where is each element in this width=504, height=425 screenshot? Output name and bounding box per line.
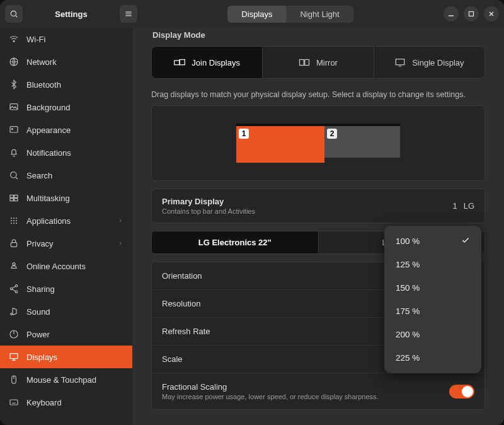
keyboard-icon — [9, 397, 19, 407]
search-button[interactable] — [5, 5, 23, 23]
scale-label: Scale — [162, 354, 183, 364]
display-1[interactable]: 1 — [236, 124, 324, 163]
scale-option-200[interactable]: 200 % — [384, 323, 481, 346]
sidebar-item-applications[interactable]: Applications — [0, 209, 132, 232]
svg-point-14 — [11, 172, 16, 178]
display-1-badge: 1 — [239, 129, 249, 139]
mode-join-displays[interactable]: Join Displays — [152, 47, 263, 78]
fractional-scaling-switch[interactable] — [449, 385, 474, 399]
svg-rect-29 — [11, 243, 16, 247]
svg-rect-18 — [10, 199, 13, 201]
orientation-label: Orientation — [162, 271, 202, 281]
display-mode-label: Display Mode — [151, 28, 485, 46]
hamburger-icon — [124, 9, 133, 18]
scale-option-125[interactable]: 125 % — [384, 253, 481, 276]
search-icon — [9, 9, 18, 18]
svg-point-28 — [16, 223, 17, 224]
svg-rect-49 — [300, 60, 304, 66]
tab-night-light[interactable]: Night Light — [286, 6, 353, 23]
sidebar-item-label: Keyboard — [26, 398, 62, 407]
sidebar-item-label: Bluetooth — [26, 80, 61, 90]
tab-displays[interactable]: Displays — [227, 6, 286, 23]
svg-point-21 — [13, 218, 14, 219]
sidebar-item-online-accounts[interactable]: Online Accounts — [0, 255, 132, 277]
search-icon — [9, 170, 19, 180]
chevron-right-icon — [117, 216, 123, 226]
arrange-hint: Drag displays to match your physical dis… — [151, 90, 485, 99]
sidebar-item-label: Power — [26, 330, 50, 339]
chevron-right-icon — [117, 239, 123, 248]
scale-option-label: 200 % — [396, 330, 420, 339]
svg-point-34 — [11, 313, 13, 315]
mode-single-display[interactable]: Single Display — [374, 47, 484, 78]
primary-display-row[interactable]: Primary Display Contains top bar and Act… — [151, 189, 485, 223]
background-icon — [9, 102, 19, 112]
fractional-scaling-row: Fractional Scaling May increase power us… — [152, 373, 484, 409]
svg-rect-17 — [14, 195, 18, 197]
power-icon — [9, 329, 19, 339]
sidebar: Wi-FiNetworkBluetoothBackgroundAppearanc… — [0, 28, 132, 425]
sidebar-item-mouse-touchpad[interactable]: Mouse & Touchpad — [0, 368, 132, 391]
svg-point-22 — [16, 218, 17, 219]
svg-point-0 — [11, 11, 16, 16]
sidebar-item-multitasking[interactable]: Multitasking — [0, 187, 132, 209]
sidebar-item-privacy[interactable]: Privacy — [0, 232, 132, 255]
svg-rect-37 — [10, 354, 18, 359]
bluetooth-icon — [9, 79, 19, 90]
scale-option-150[interactable]: 150 % — [384, 276, 481, 300]
sidebar-item-label: Displays — [26, 352, 57, 362]
scale-option-100[interactable]: 100 % — [384, 230, 481, 253]
network-icon — [9, 57, 19, 67]
svg-point-24 — [13, 220, 14, 221]
svg-point-25 — [16, 220, 17, 221]
applications-icon — [9, 216, 19, 226]
svg-rect-16 — [10, 195, 13, 197]
scale-option-label: 125 % — [396, 260, 420, 269]
sidebar-item-label: Sound — [26, 307, 50, 317]
scale-option-label: 100 % — [396, 236, 420, 246]
sidebar-item-notifications[interactable]: Notifications — [0, 141, 132, 164]
primary-display-label: Primary Display — [162, 197, 255, 206]
refresh-rate-label: Refresh Rate — [162, 327, 210, 336]
display-arrangement-area[interactable]: 1 2 — [151, 105, 485, 181]
sidebar-item-label: Online Accounts — [26, 262, 86, 271]
sidebar-item-wi-fi[interactable]: Wi-Fi — [0, 28, 132, 50]
check-icon — [461, 236, 470, 247]
primary-display-sub: Contains top bar and Activities — [162, 207, 255, 215]
sidebar-item-search[interactable]: Search — [0, 164, 132, 187]
close-button[interactable] — [484, 6, 499, 21]
display-2[interactable]: 2 — [324, 124, 400, 158]
sidebar-item-sharing[interactable]: Sharing — [0, 277, 132, 300]
sidebar-item-sound[interactable]: Sound — [0, 300, 132, 323]
menu-button[interactable] — [120, 5, 137, 23]
sidebar-item-displays[interactable]: Displays — [0, 346, 132, 368]
mode-mirror[interactable]: Mirror — [263, 47, 374, 78]
scale-option-175[interactable]: 175 % — [384, 300, 481, 323]
sidebar-item-bluetooth[interactable]: Bluetooth — [0, 73, 132, 96]
sidebar-item-network[interactable]: Network — [0, 50, 132, 73]
online-accounts-icon — [9, 261, 19, 271]
svg-point-20 — [11, 218, 12, 219]
svg-point-9 — [13, 40, 14, 42]
sidebar-item-label: Sharing — [26, 284, 55, 294]
display-2-badge: 2 — [327, 129, 337, 139]
sidebar-item-background[interactable]: Background — [0, 96, 132, 119]
sidebar-item-label: Notifications — [26, 148, 71, 158]
sidebar-item-power[interactable]: Power — [0, 323, 132, 346]
scale-option-label: 225 % — [396, 353, 420, 363]
scale-dropdown: 100 %125 %150 %175 %200 %225 % — [384, 226, 481, 373]
view-switcher: Displays Night Light — [227, 6, 353, 23]
display-tab-1[interactable]: LG Electronics 22" — [152, 231, 319, 253]
sound-icon — [9, 306, 19, 317]
mode-mirror-label: Mirror — [316, 58, 338, 67]
sidebar-item-appearance[interactable]: Appearance — [0, 119, 132, 141]
scale-option-225[interactable]: 225 % — [384, 346, 481, 370]
minimize-icon — [448, 11, 454, 17]
header-bar: Settings Displays Night Light — [0, 0, 504, 28]
sidebar-item-label: Network — [26, 57, 57, 67]
sidebar-item-keyboard[interactable]: Keyboard — [0, 391, 132, 414]
fractional-scaling-sub: May increase power usage, lower speed, o… — [162, 393, 379, 400]
svg-point-26 — [11, 223, 12, 224]
minimize-button[interactable] — [444, 6, 459, 21]
maximize-button[interactable] — [464, 6, 479, 21]
